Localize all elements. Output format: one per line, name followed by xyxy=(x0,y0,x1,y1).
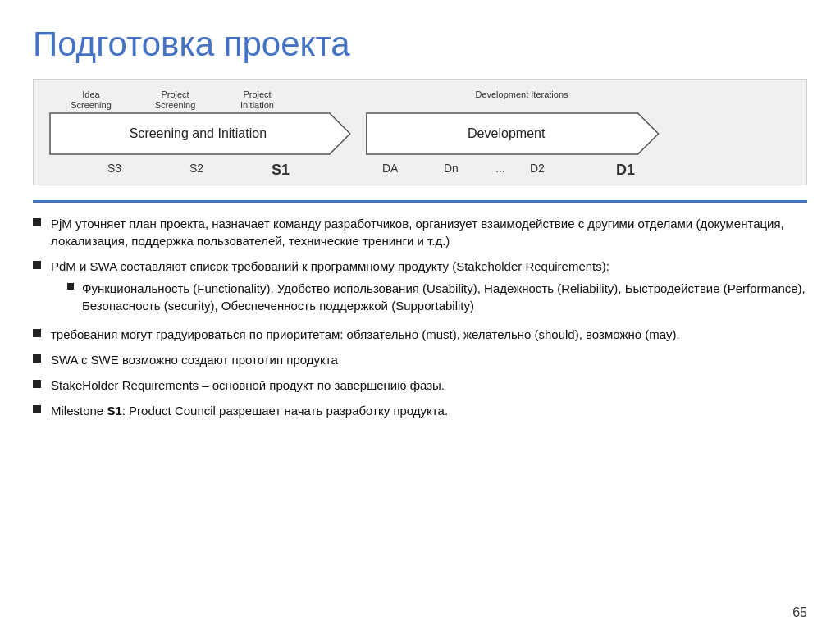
milestone-s1: S1 xyxy=(272,162,290,179)
list-item-6: Milestone S1: Product Council разрешает … xyxy=(33,402,807,419)
diagram-container: Idea Screening ProjectScreening ProjectI… xyxy=(33,79,807,185)
sub-list-item-2-1: Функциональность (Functionality), Удобст… xyxy=(67,280,807,314)
list-item-1: PjM уточняет план проекта, назначает ком… xyxy=(33,215,807,249)
sub-list-2: Функциональность (Functionality), Удобст… xyxy=(51,280,807,314)
list-item-5: StakeHolder Requirements – основной прод… xyxy=(33,377,807,394)
list-item-3-text: требования могут градуироваться по приор… xyxy=(51,326,680,343)
sub-list-item-2-1-text: Функциональность (Functionality), Удобст… xyxy=(82,280,807,314)
page-number: 65 xyxy=(792,605,807,620)
bullet-icon-4 xyxy=(33,354,41,363)
sub-bullet-icon-2-1 xyxy=(67,283,74,290)
bullet-icon-6 xyxy=(33,405,41,413)
diagram-inner: Idea Screening ProjectScreening ProjectI… xyxy=(46,89,794,180)
bullet-icon-2 xyxy=(33,261,41,269)
diagram-arrows-svg: Screening and Initiation Development xyxy=(46,112,794,155)
milestone-dn: Dn xyxy=(444,162,459,175)
bullet-icon-3 xyxy=(33,329,41,337)
label-dev-iterations: Development Iterations xyxy=(448,89,596,100)
slide-title: Подготовка проекта xyxy=(33,25,807,64)
svg-text:Screening and Initiation: Screening and Initiation xyxy=(130,126,267,140)
slide: Подготовка проекта Idea Screening Projec… xyxy=(0,0,840,630)
separator-line xyxy=(33,200,807,203)
bullet-icon-1 xyxy=(33,218,41,226)
content-list: PjM уточняет план проекта, назначает ком… xyxy=(33,215,807,419)
list-item-2: PdM и SWA составляют список требований к… xyxy=(33,258,807,317)
milestone-dots: ... xyxy=(495,162,505,175)
milestone-s3: S3 xyxy=(107,162,121,175)
svg-text:Development: Development xyxy=(468,126,546,140)
list-item-5-text: StakeHolder Requirements – основной прод… xyxy=(51,377,445,394)
list-item-6-text: Milestone S1: Product Council разрешает … xyxy=(51,402,448,419)
list-item-1-text: PjM уточняет план проекта, назначает ком… xyxy=(51,215,807,249)
milestone-da: DA xyxy=(382,162,398,175)
milestone-s2: S2 xyxy=(189,162,203,175)
label-project-screening: ProjectScreening xyxy=(144,89,206,111)
list-item-4: SWA с SWE возможно создают прототип прод… xyxy=(33,351,807,368)
list-item-2-text: PdM и SWA составляют список требований к… xyxy=(51,259,609,273)
label-idea-screening: Idea Screening xyxy=(62,89,120,111)
list-item-2-content: PdM и SWA составляют список требований к… xyxy=(51,258,807,317)
label-project-initiation: ProjectInitiation xyxy=(226,89,288,111)
milestone-d1: D1 xyxy=(616,162,635,179)
list-item-3: требования могут градуироваться по приор… xyxy=(33,326,807,343)
milestone-d2: D2 xyxy=(530,162,545,175)
list-item-4-text: SWA с SWE возможно создают прототип прод… xyxy=(51,351,338,368)
bullet-icon-5 xyxy=(33,380,41,388)
